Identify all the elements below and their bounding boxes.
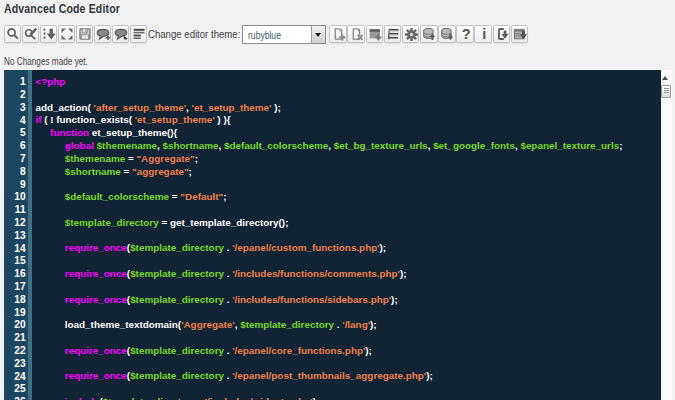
- svg-text:?: ?: [461, 27, 470, 43]
- svg-text:i: i: [482, 27, 486, 43]
